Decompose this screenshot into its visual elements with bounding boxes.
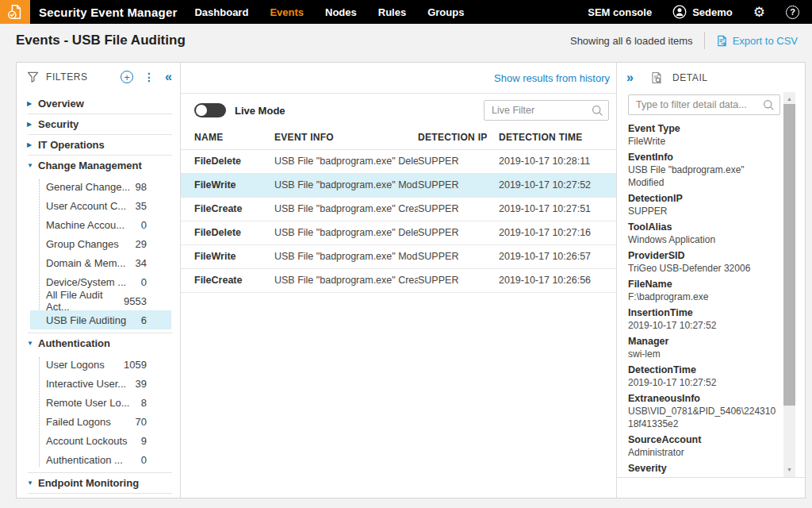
cell-event-info: USB File "badprogram.exe" Created: [274, 268, 418, 292]
cell-detection-time: 2019-10-17 10:27:52: [499, 173, 616, 197]
filter-item-count: 0: [141, 454, 147, 466]
events-table: NAME EVENT INFO DETECTION IP DETECTION T…: [181, 125, 616, 293]
filter-item-remote-user-logons[interactable]: Remote User Lo... 8: [30, 393, 171, 412]
filter-item-count: 0: [141, 276, 147, 288]
filter-item-machine-account[interactable]: Machine Accou... 0: [30, 215, 171, 234]
cell-event-info: USB File "badprogram.exe" Deleted: [274, 221, 418, 244]
page-header-right: Showing all 6 loaded items Export to CSV: [570, 32, 798, 49]
filter-group-security[interactable]: ▶ Security: [17, 114, 180, 134]
filters-menu-kebab-icon[interactable]: ⋮: [144, 71, 155, 83]
detail-filter-input[interactable]: [628, 94, 780, 115]
filter-item-all-file-audit[interactable]: All File Audit Act... 9553: [30, 291, 171, 310]
table-row[interactable]: FileWrite USB File "badprogram.exe" Modi…: [181, 244, 616, 268]
scroll-down-icon[interactable]: ▼: [783, 464, 795, 475]
sem-console-link[interactable]: SEM console: [588, 6, 652, 18]
filter-group-it-operations[interactable]: ▶ IT Operations: [17, 135, 180, 155]
column-header-detection-ip[interactable]: DETECTION IP: [418, 125, 499, 149]
scrollbar-thumb[interactable]: [783, 104, 795, 406]
nav-item-events[interactable]: Events: [270, 6, 304, 18]
export-csv-label: Export to CSV: [733, 35, 798, 47]
page-header: Events - USB File Auditing Showing all 6…: [0, 24, 812, 57]
user-name: Sedemo: [692, 6, 733, 18]
field-value: 2019-10-17 10:27:52: [628, 319, 780, 332]
filter-item-count: 70: [136, 416, 147, 428]
filter-item-usb-file-auditing[interactable]: USB File Auditing 6: [30, 310, 171, 329]
filter-group-change-management[interactable]: ▼ Change Management: [17, 156, 180, 175]
user-menu[interactable]: Sedemo: [672, 5, 733, 19]
field-label: Severity: [628, 462, 780, 475]
table-row[interactable]: FileCreate USB File "badprogram.exe" Cre…: [181, 197, 616, 221]
filter-item-count: 9: [141, 435, 147, 447]
filter-group-overview[interactable]: ▶ Overview: [17, 94, 180, 114]
nav-item-nodes[interactable]: Nodes: [325, 6, 357, 18]
nav-item-rules[interactable]: Rules: [378, 6, 406, 18]
app-logo[interactable]: [0, 0, 30, 24]
filter-group-label: IT Operations: [38, 139, 105, 151]
cell-name: FileWrite: [181, 244, 274, 268]
field-value: swi-lem: [628, 348, 780, 360]
filter-item-user-logons[interactable]: User Logons 1059: [30, 355, 171, 374]
live-mode-label: Live Mode: [235, 105, 285, 117]
field-value: F:\badprogram.exe: [628, 291, 780, 303]
filter-item-account-lockouts[interactable]: Account Lockouts 9: [30, 431, 171, 450]
settings-gear-icon[interactable]: ⚙: [753, 6, 765, 19]
help-icon[interactable]: ?: [786, 6, 799, 19]
filter-item-user-account-changes[interactable]: User Account C... 35: [30, 196, 171, 215]
filter-item-group-changes[interactable]: Group Changes 29: [30, 234, 171, 253]
app-title: Security Event Manager: [39, 6, 177, 19]
cell-detection-time: 2019-10-17 10:28:11: [499, 149, 616, 173]
table-row-selected[interactable]: FileWrite USB File "badprogram.exe" Modi…: [181, 173, 616, 197]
filter-item-interactive-user[interactable]: Interactive User... 39: [30, 374, 171, 393]
field-value: Administrator: [628, 446, 780, 459]
column-header-detection-time[interactable]: DETECTION TIME: [499, 125, 616, 149]
nav-item-dashboard[interactable]: Dashboard: [194, 6, 248, 18]
field-label: ExtraneousInfo: [628, 392, 780, 405]
expand-detail-icon[interactable]: »: [626, 71, 634, 84]
filter-group-authentication[interactable]: ▼ Authentication: [17, 333, 180, 353]
add-filter-button[interactable]: +: [121, 71, 133, 83]
page-title: Events - USB File Auditing: [16, 33, 186, 48]
detail-scrollbar[interactable]: ▲ ▼: [783, 92, 795, 477]
column-header-name[interactable]: NAME: [181, 125, 274, 149]
filter-item-count: 1059: [124, 359, 147, 371]
detail-field-event-info: EventInfo USB File "badprogram.exe" Modi…: [628, 151, 780, 189]
collapse-filters-icon[interactable]: «: [165, 71, 172, 83]
filter-group-endpoint-monitoring[interactable]: ▼ Endpoint Monitoring: [17, 473, 180, 493]
nav-item-groups[interactable]: Groups: [427, 6, 464, 18]
filter-item-count: 98: [136, 181, 147, 193]
filter-item-label: All File Audit Act...: [46, 289, 124, 313]
collapsed-arrow-icon: ▶: [27, 141, 38, 148]
filter-item-general-changes[interactable]: General Change... 98: [30, 177, 171, 196]
filter-item-count: 35: [136, 200, 147, 212]
show-history-link[interactable]: Show results from history: [494, 72, 610, 84]
table-row[interactable]: FileCreate USB File "badprogram.exe" Cre…: [181, 268, 616, 292]
cell-detection-ip: SUPPER: [418, 173, 499, 197]
live-filter-input[interactable]: [484, 100, 609, 121]
field-label: ToolAlias: [628, 221, 780, 233]
scroll-up-icon[interactable]: ▲: [783, 94, 795, 104]
table-row[interactable]: FileDelete USB File "badprogram.exe" Del…: [181, 149, 616, 173]
cell-name: FileCreate: [181, 268, 274, 292]
filter-item-failed-logons[interactable]: Failed Logons 70: [30, 412, 171, 431]
live-mode-toggle[interactable]: [194, 103, 226, 117]
cell-detection-time: 2019-10-17 10:27:16: [499, 221, 616, 244]
expanded-arrow-icon: ▼: [27, 479, 38, 487]
collapsed-arrow-icon: ▶: [27, 121, 38, 128]
field-label: ProviderSID: [628, 249, 780, 262]
detail-title: DETAIL: [672, 72, 708, 83]
topbar: Security Event Manager Dashboard Events …: [0, 0, 812, 24]
filter-item-authentication[interactable]: Authentication ... 0: [30, 450, 171, 469]
filter-item-domain-membership[interactable]: Domain & Mem... 34: [30, 253, 171, 272]
field-label: FileName: [628, 278, 780, 291]
topbar-right: SEM console Sedemo ⚙ ?: [588, 5, 812, 19]
field-value: TriGeo USB-Defender 32006: [628, 262, 780, 275]
divider: [704, 32, 705, 49]
column-header-event-info[interactable]: EVENT INFO: [274, 125, 418, 149]
cell-detection-ip: SUPPER: [418, 197, 499, 221]
export-csv-button[interactable]: Export to CSV: [716, 35, 798, 47]
events-panel: Show results from history Live Mode NAME: [181, 63, 617, 498]
field-value: Windows Application: [628, 233, 780, 246]
filter-item-count: 6: [141, 314, 147, 326]
table-row[interactable]: FileDelete USB File "badprogram.exe" Del…: [181, 221, 616, 244]
filter-item-label: User Account C...: [46, 200, 126, 212]
